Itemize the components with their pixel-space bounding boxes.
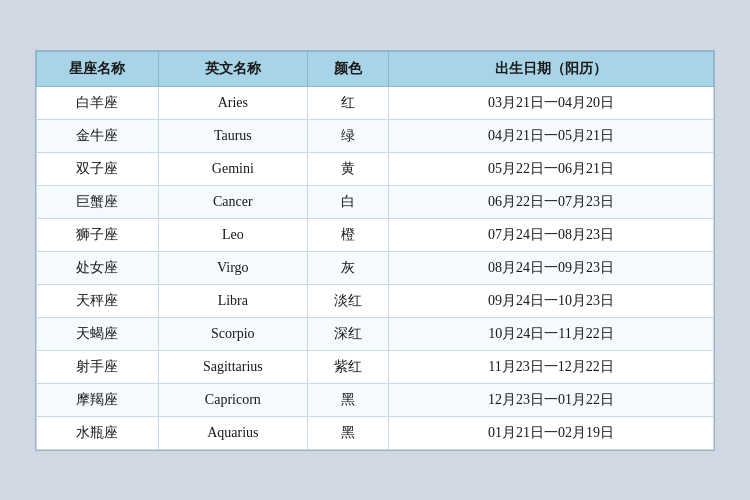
table-row: 白羊座Aries红03月21日一04月20日	[37, 86, 714, 119]
cell-chinese: 巨蟹座	[37, 185, 159, 218]
cell-english: Libra	[158, 284, 307, 317]
cell-color: 紫红	[307, 350, 388, 383]
table-header-row: 星座名称 英文名称 颜色 出生日期（阳历）	[37, 51, 714, 86]
cell-date: 08月24日一09月23日	[389, 251, 714, 284]
cell-color: 橙	[307, 218, 388, 251]
cell-color: 深红	[307, 317, 388, 350]
cell-chinese: 金牛座	[37, 119, 159, 152]
cell-english: Aries	[158, 86, 307, 119]
table-row: 双子座Gemini黄05月22日一06月21日	[37, 152, 714, 185]
table-row: 狮子座Leo橙07月24日一08月23日	[37, 218, 714, 251]
cell-english: Cancer	[158, 185, 307, 218]
cell-chinese: 双子座	[37, 152, 159, 185]
cell-english: Gemini	[158, 152, 307, 185]
cell-english: Scorpio	[158, 317, 307, 350]
cell-color: 白	[307, 185, 388, 218]
cell-date: 05月22日一06月21日	[389, 152, 714, 185]
cell-chinese: 摩羯座	[37, 383, 159, 416]
cell-date: 11月23日一12月22日	[389, 350, 714, 383]
table-row: 摩羯座Capricorn黑12月23日一01月22日	[37, 383, 714, 416]
cell-chinese: 白羊座	[37, 86, 159, 119]
cell-color: 淡红	[307, 284, 388, 317]
cell-english: Capricorn	[158, 383, 307, 416]
zodiac-table: 星座名称 英文名称 颜色 出生日期（阳历） 白羊座Aries红03月21日一04…	[36, 51, 714, 450]
cell-chinese: 狮子座	[37, 218, 159, 251]
cell-english: Aquarius	[158, 416, 307, 449]
cell-chinese: 射手座	[37, 350, 159, 383]
table-row: 处女座Virgo灰08月24日一09月23日	[37, 251, 714, 284]
cell-date: 01月21日一02月19日	[389, 416, 714, 449]
cell-date: 06月22日一07月23日	[389, 185, 714, 218]
table-row: 射手座Sagittarius紫红11月23日一12月22日	[37, 350, 714, 383]
cell-date: 07月24日一08月23日	[389, 218, 714, 251]
cell-english: Virgo	[158, 251, 307, 284]
cell-color: 黑	[307, 416, 388, 449]
table-row: 巨蟹座Cancer白06月22日一07月23日	[37, 185, 714, 218]
cell-english: Taurus	[158, 119, 307, 152]
cell-color: 灰	[307, 251, 388, 284]
cell-date: 04月21日一05月21日	[389, 119, 714, 152]
cell-english: Sagittarius	[158, 350, 307, 383]
cell-color: 绿	[307, 119, 388, 152]
cell-color: 红	[307, 86, 388, 119]
cell-chinese: 水瓶座	[37, 416, 159, 449]
cell-date: 03月21日一04月20日	[389, 86, 714, 119]
header-date: 出生日期（阳历）	[389, 51, 714, 86]
cell-date: 12月23日一01月22日	[389, 383, 714, 416]
cell-chinese: 天秤座	[37, 284, 159, 317]
zodiac-table-container: 星座名称 英文名称 颜色 出生日期（阳历） 白羊座Aries红03月21日一04…	[35, 50, 715, 451]
table-row: 天蝎座Scorpio深红10月24日一11月22日	[37, 317, 714, 350]
cell-chinese: 天蝎座	[37, 317, 159, 350]
header-color: 颜色	[307, 51, 388, 86]
cell-chinese: 处女座	[37, 251, 159, 284]
header-chinese: 星座名称	[37, 51, 159, 86]
cell-date: 09月24日一10月23日	[389, 284, 714, 317]
cell-english: Leo	[158, 218, 307, 251]
cell-color: 黑	[307, 383, 388, 416]
header-english: 英文名称	[158, 51, 307, 86]
cell-date: 10月24日一11月22日	[389, 317, 714, 350]
table-row: 水瓶座Aquarius黑01月21日一02月19日	[37, 416, 714, 449]
cell-color: 黄	[307, 152, 388, 185]
table-row: 天秤座Libra淡红09月24日一10月23日	[37, 284, 714, 317]
table-row: 金牛座Taurus绿04月21日一05月21日	[37, 119, 714, 152]
